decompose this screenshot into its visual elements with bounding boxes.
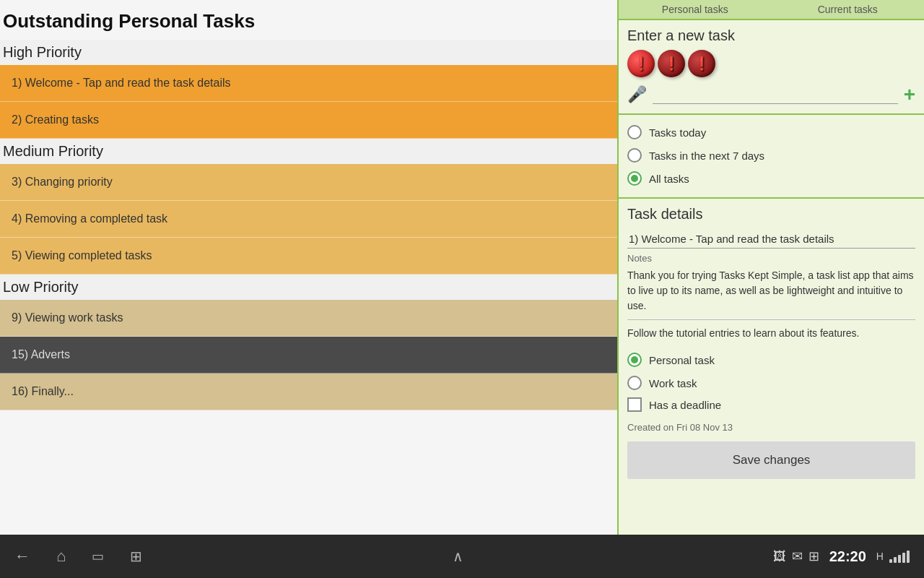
filter-today[interactable]: Tasks today [627, 121, 915, 144]
main-content: Outstanding Personal Tasks High Priority… [0, 0, 924, 535]
has-deadline-checkbox[interactable] [627, 397, 642, 412]
task-item-4[interactable]: 4) Removing a completed task [0, 201, 617, 238]
task-item-16[interactable]: 16) Finally... [0, 374, 617, 410]
tab-personal-tasks[interactable]: Personal tasks [619, 1, 772, 18]
task-details-title: Task details [627, 206, 915, 223]
notes-paragraph-1: Thank you for trying Tasks Kept Simple, … [627, 268, 915, 314]
medium-priority-heading: Medium Priority [0, 139, 617, 164]
notes-label: Notes [627, 253, 915, 264]
new-task-input-row: 🎤 + [627, 83, 915, 106]
task-name-input[interactable] [627, 230, 915, 249]
task-item-2[interactable]: 2) Creating tasks [0, 102, 617, 139]
filter-section: Tasks today Tasks in the next 7 days All… [619, 115, 924, 199]
time-display: 22:20 [829, 548, 866, 565]
notes-divider [627, 319, 915, 320]
low-priority-heading: Low Priority [0, 275, 617, 300]
filter-all-label: All tasks [649, 173, 689, 185]
message-status-icon: ✉ [792, 548, 803, 564]
high-priority-heading: High Priority [0, 40, 617, 65]
radio-7days[interactable] [627, 148, 642, 163]
priority-icons-row: ❗ ❗ ❗ [627, 50, 915, 77]
task-type-work[interactable]: Work task [627, 371, 915, 394]
apps-status-icon: ⊞ [808, 548, 819, 564]
tab-current-tasks[interactable]: Current tasks [772, 1, 925, 18]
task-item-9[interactable]: 9) Viewing work tasks [0, 300, 617, 337]
radio-all[interactable] [627, 171, 642, 186]
radio-work[interactable] [627, 376, 642, 390]
task-item-3[interactable]: 3) Changing priority [0, 164, 617, 201]
task-item-15[interactable]: 15) Adverts [0, 337, 617, 374]
task-item-1[interactable]: 1) Welcome - Tap and read the task detai… [0, 65, 617, 102]
scan-icon[interactable]: ⊞ [130, 548, 142, 565]
new-task-input[interactable] [653, 85, 898, 104]
task-type-section: Personal task Work task Has a deadline [627, 348, 915, 415]
signal-icon: H [876, 551, 884, 562]
add-task-icon[interactable]: + [904, 83, 915, 106]
page-title: Outstanding Personal Tasks [0, 7, 617, 40]
task-type-work-label: Work task [649, 377, 697, 389]
bottom-nav: ← ⌂ ▭ ⊞ ∧ 🖼 ✉ ⊞ 22:20 H [0, 535, 924, 578]
priority-icon-high-1[interactable]: ❗ [627, 50, 655, 77]
filter-all[interactable]: All tasks [627, 167, 915, 190]
radio-today[interactable] [627, 125, 642, 139]
save-changes-button[interactable]: Save changes [627, 441, 915, 479]
new-task-section: Enter a new task ❗ ❗ ❗ 🎤 + [619, 20, 924, 115]
nav-right-group: 🖼 ✉ ⊞ 22:20 H [773, 548, 910, 565]
filter-7days[interactable]: Tasks in the next 7 days [627, 144, 915, 167]
left-panel: Outstanding Personal Tasks High Priority… [0, 0, 617, 535]
nav-left-group: ← ⌂ ▭ ⊞ [14, 547, 142, 566]
microphone-icon[interactable]: 🎤 [627, 85, 647, 104]
new-task-title: Enter a new task [627, 27, 915, 44]
nav-center-group: ∧ [453, 548, 463, 565]
has-deadline-item[interactable]: Has a deadline [627, 394, 915, 415]
tabs-area: Personal tasks Current tasks [619, 0, 924, 20]
created-on-text: Created on Fri 08 Nov 13 [627, 422, 915, 433]
task-details-section: Task details Notes Thank you for trying … [619, 199, 924, 535]
task-type-personal-label: Personal task [649, 354, 715, 366]
filter-today-label: Tasks today [649, 126, 706, 139]
task-type-personal[interactable]: Personal task [627, 348, 915, 371]
task-item-5[interactable]: 5) Viewing completed tasks [0, 238, 617, 275]
recents-icon[interactable]: ▭ [92, 548, 104, 564]
priority-icon-high-2[interactable]: ❗ [658, 50, 685, 77]
up-chevron-icon[interactable]: ∧ [453, 548, 463, 565]
filter-7days-label: Tasks in the next 7 days [649, 150, 764, 162]
priority-icon-high-3[interactable]: ❗ [688, 50, 715, 77]
notes-paragraph-2: Follow the tutorial entries to learn abo… [627, 326, 915, 341]
radio-personal[interactable] [627, 353, 642, 367]
right-panel: Personal tasks Current tasks Enter a new… [617, 0, 924, 535]
has-deadline-label: Has a deadline [649, 399, 721, 411]
back-icon[interactable]: ← [14, 547, 30, 566]
home-icon[interactable]: ⌂ [56, 547, 66, 566]
image-status-icon: 🖼 [773, 549, 786, 564]
signal-bars [889, 550, 910, 563]
